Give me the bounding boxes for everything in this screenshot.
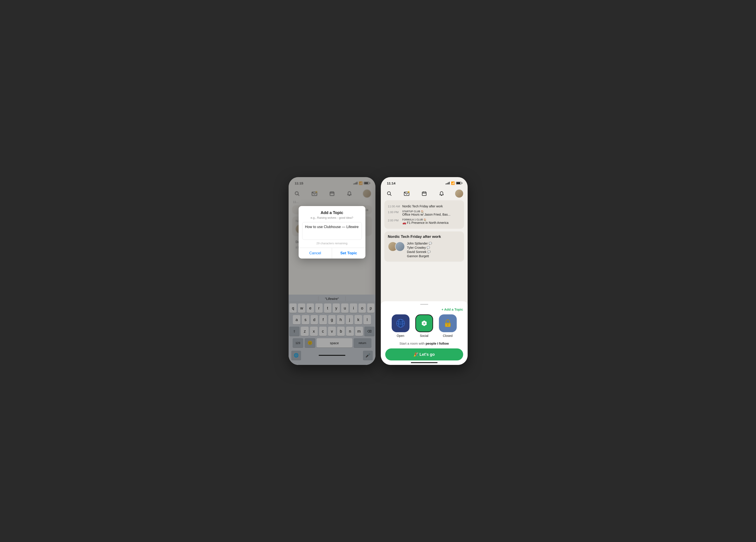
bubble-icon-1: 💬 xyxy=(429,242,432,245)
room-type-social-icon: ✳ xyxy=(415,314,433,332)
schedule-club-2: STARTUP CLUB 🏠 xyxy=(402,210,461,213)
dialog-overlay: Add a Topic e.g., Raising wolves - good … xyxy=(289,177,375,365)
avatar-2[interactable] xyxy=(455,190,463,198)
bell-button-2[interactable] xyxy=(438,190,446,198)
schedule-item-1[interactable]: 11:00 AM Nordic Tech Friday after work xyxy=(388,203,461,209)
calendar-button-2[interactable] xyxy=(420,190,428,198)
room-type-open[interactable]: Open xyxy=(391,314,411,337)
inbox-button-2[interactable]: ★ xyxy=(403,190,411,198)
schedule-item-3[interactable]: 2:00 PM FORMULA 1 CLUB 🏠 🚗 F1 Presence i… xyxy=(388,218,461,226)
room-title: Nordic Tech Friday after work xyxy=(388,235,461,239)
phone-1: 11:15 📶 xyxy=(289,177,375,365)
room-type-open-icon xyxy=(392,314,410,332)
status-time-2: 11:14 xyxy=(387,181,395,185)
speaker-3: David Sonnek 💬 xyxy=(407,250,461,254)
bubble-icon-2: 💬 xyxy=(427,246,430,249)
bottom-sheet: + Add a Topic xyxy=(381,301,468,365)
svg-rect-35 xyxy=(448,325,448,326)
status-icons-2: 📶 xyxy=(446,181,461,185)
room-type-closed-label: Closed xyxy=(443,334,453,337)
schedule-time-2: 1:00 PM xyxy=(388,210,402,214)
speaker-2: Tyler Crowley 💬 xyxy=(407,246,461,250)
char-count: 29 characters remaining xyxy=(302,240,362,248)
room-type-closed-icon xyxy=(439,314,457,332)
schedule-time-3: 2:00 PM xyxy=(388,219,402,222)
svg-point-24 xyxy=(425,321,427,323)
add-topic-button[interactable]: + Add a Topic xyxy=(385,307,463,311)
room-speakers: John Sjölander 💬 Tyler Crowley 💬 David S… xyxy=(388,242,461,259)
svg-text:✳: ✳ xyxy=(423,322,425,324)
svg-rect-33 xyxy=(446,323,450,324)
status-bar-2: 11:14 📶 xyxy=(381,177,468,188)
schedule-item-2[interactable]: 1:00 PM STARTUP CLUB 🏠 Office Hours w/ J… xyxy=(388,209,461,218)
signal-icon-2 xyxy=(446,182,450,185)
lets-go-button[interactable]: 🎉 Let's go xyxy=(385,348,463,360)
room-type-row: Open xyxy=(385,314,463,337)
schedule-club-3: FORMULA 1 CLUB 🏠 xyxy=(402,219,461,221)
speaker-1: John Sjölander 💬 xyxy=(407,242,461,245)
schedule-title-3: 🚗 F1 Presence in North America xyxy=(402,221,461,225)
dialog-buttons: Cancel Set Topic xyxy=(299,248,365,259)
search-button-2[interactable] xyxy=(385,190,393,198)
room-card[interactable]: Nordic Tech Friday after work John Sjöla… xyxy=(384,232,464,262)
dialog-title: Add a Topic xyxy=(302,211,362,215)
bubble-icon-3: 💬 xyxy=(427,250,431,254)
room-type-social-label: Social xyxy=(420,334,428,337)
svg-point-25 xyxy=(425,323,427,325)
schedule-time-1: 11:00 AM xyxy=(388,205,402,208)
phone-2: 11:14 📶 xyxy=(381,177,468,365)
top-nav-2: ★ xyxy=(381,188,468,200)
start-room-emphasis: people I follow xyxy=(426,341,449,345)
svg-rect-14 xyxy=(422,192,426,196)
room-type-open-label: Open xyxy=(397,334,404,337)
speaker-4: Gannon Burgett xyxy=(407,254,461,258)
cancel-button[interactable]: Cancel xyxy=(299,248,332,259)
set-topic-button[interactable]: Set Topic xyxy=(332,248,365,259)
speaker-names: John Sjölander 💬 Tyler Crowley 💬 David S… xyxy=(407,242,461,259)
battery-icon-2 xyxy=(456,182,461,185)
wifi-icon-2: 📶 xyxy=(451,181,455,185)
speaker-avatars xyxy=(388,242,405,252)
start-room-info: Start a room with people I follow xyxy=(385,341,463,345)
dialog-subtitle: e.g., Raising wolves - good idea? xyxy=(302,216,362,220)
topic-input[interactable]: How to use Clubhouse — Lifewire xyxy=(302,222,362,240)
svg-line-10 xyxy=(390,195,391,196)
home-indicator-2 xyxy=(381,362,468,363)
sheet-handle xyxy=(420,304,428,305)
room-type-closed[interactable]: Closed xyxy=(438,314,458,337)
phones-container: 11:15 📶 xyxy=(289,177,468,365)
add-topic-dialog: Add a Topic e.g., Raising wolves - good … xyxy=(299,206,365,259)
schedule-title-1: Nordic Tech Friday after work xyxy=(402,205,461,208)
speaker-avatar-2 xyxy=(395,242,405,252)
room-type-social[interactable]: ✳ Social xyxy=(414,314,434,337)
schedule-title-2: Office Hours w/ Jason Fried, Bas... xyxy=(402,213,461,216)
schedule-card: 11:00 AM Nordic Tech Friday after work 1… xyxy=(384,200,464,229)
